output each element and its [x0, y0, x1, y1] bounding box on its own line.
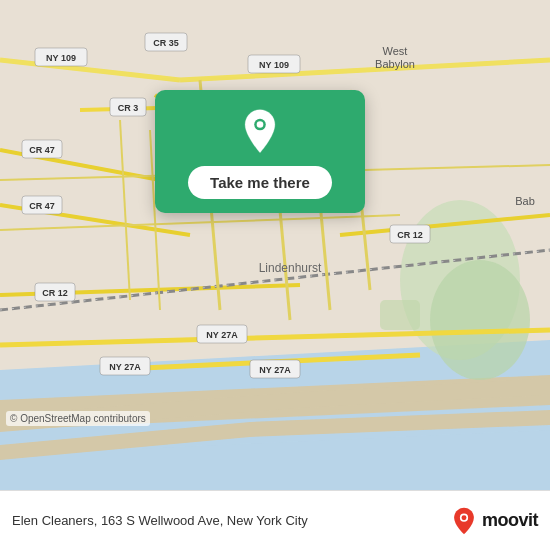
svg-text:CR 12: CR 12 — [397, 230, 423, 240]
svg-text:NY 27A: NY 27A — [206, 330, 238, 340]
svg-text:Bab: Bab — [515, 195, 535, 207]
location-card: Take me there — [155, 90, 365, 213]
svg-text:NY 27A: NY 27A — [109, 362, 141, 372]
svg-text:CR 3: CR 3 — [118, 103, 139, 113]
svg-text:CR 47: CR 47 — [29, 145, 55, 155]
svg-text:CR 47: CR 47 — [29, 201, 55, 211]
svg-rect-9 — [380, 300, 420, 330]
map-attribution: © OpenStreetMap contributors — [6, 411, 150, 426]
address-text: Elen Cleaners, 163 S Wellwood Ave, New Y… — [12, 513, 440, 528]
svg-text:Lindenhurst: Lindenhurst — [259, 261, 322, 275]
moovit-wordmark: moovit — [482, 510, 538, 531]
map-container: NY 109 CR 35 NY 109 CR 3 CR 47 CR 2 CR 1… — [0, 0, 550, 490]
svg-text:CR 35: CR 35 — [153, 38, 179, 48]
svg-text:NY 27A: NY 27A — [259, 365, 291, 375]
bottom-bar: Elen Cleaners, 163 S Wellwood Ave, New Y… — [0, 490, 550, 550]
svg-point-61 — [462, 515, 467, 520]
svg-point-8 — [430, 260, 530, 380]
svg-text:CR 12: CR 12 — [42, 288, 68, 298]
moovit-pin-icon — [450, 507, 478, 535]
svg-text:West: West — [383, 45, 408, 57]
location-pin-icon — [236, 108, 284, 156]
moovit-logo: moovit — [450, 507, 538, 535]
svg-text:NY 109: NY 109 — [46, 53, 76, 63]
svg-point-59 — [257, 121, 264, 128]
take-me-there-button[interactable]: Take me there — [188, 166, 332, 199]
svg-text:Babylon: Babylon — [375, 58, 415, 70]
svg-text:NY 109: NY 109 — [259, 60, 289, 70]
